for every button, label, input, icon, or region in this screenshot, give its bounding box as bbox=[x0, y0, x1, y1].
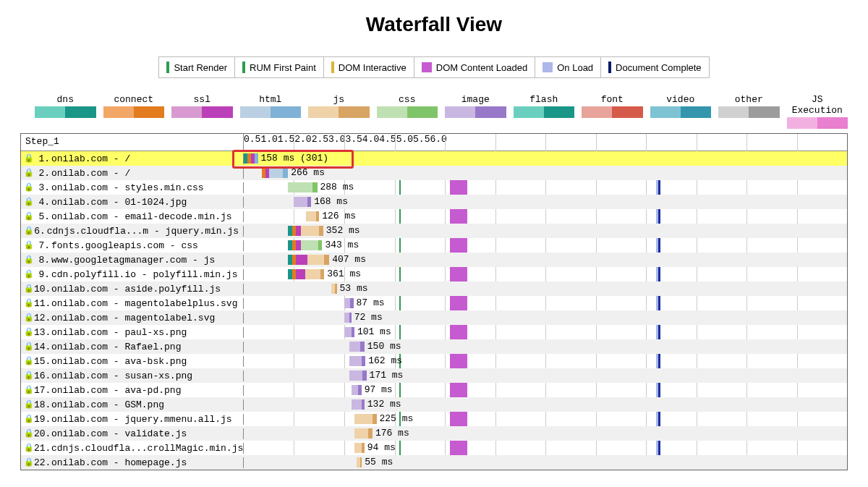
request-row[interactable]: 6. cdnjs.cloudfla...m - jquery.min.js352… bbox=[21, 224, 847, 238]
request-timeline[interactable]: 87 ms bbox=[244, 296, 847, 310]
request-timeline[interactable]: 55 ms bbox=[244, 455, 847, 470]
request-bar[interactable] bbox=[349, 342, 365, 352]
request-name-cell[interactable]: 10. onilab.com - aside.polyfill.js bbox=[21, 284, 244, 295]
request-name-cell[interactable]: 8. www.googletagmanager.com - js bbox=[21, 255, 244, 266]
bar-segment bbox=[318, 240, 323, 250]
request-row[interactable]: 4. onilab.com - 01-1024.jpg168 ms bbox=[21, 195, 847, 209]
request-row[interactable]: 11. onilab.com - magentolabelplus.svg87 … bbox=[21, 296, 847, 310]
request-row[interactable]: 13. onilab.com - paul-xs.png101 ms bbox=[21, 325, 847, 339]
request-bar[interactable] bbox=[294, 197, 311, 207]
request-bar[interactable] bbox=[344, 327, 354, 337]
request-timeline[interactable]: 97 ms bbox=[244, 383, 847, 397]
request-name-cell[interactable]: 15. onilab.com - ava-bsk.png bbox=[21, 356, 244, 367]
request-row[interactable]: 22. onilab.com - homepage.js55 ms bbox=[21, 455, 847, 470]
request-bar[interactable] bbox=[244, 153, 258, 164]
request-timeline[interactable]: 288 ms bbox=[244, 180, 847, 195]
request-name-cell[interactable]: 21. cdnjs.cloudfla...crollMagic.min.js bbox=[21, 443, 244, 454]
request-name-cell[interactable]: 19. onilab.com - jquery.mmenu.all.js bbox=[21, 414, 244, 425]
request-bar[interactable] bbox=[288, 255, 329, 265]
request-name-cell[interactable]: 7. fonts.googleapis.com - css bbox=[21, 240, 244, 251]
request-row[interactable]: 9. cdn.polyfill.io - polyfill.min.js361 … bbox=[21, 267, 847, 281]
request-bar[interactable] bbox=[288, 226, 323, 236]
type-flash: flash bbox=[514, 94, 575, 129]
request-row[interactable]: 20. onilab.com - validate.js176 ms bbox=[21, 426, 847, 441]
request-row[interactable]: 3. onilab.com - styles.min.css288 ms bbox=[21, 180, 847, 195]
request-bar[interactable] bbox=[344, 313, 352, 323]
request-row[interactable]: 15. onilab.com - ava-bsk.png162 ms bbox=[21, 354, 847, 368]
request-row[interactable]: 1. onilab.com - /158 ms (301) bbox=[21, 151, 847, 166]
bar-segment bbox=[362, 370, 367, 381]
bar-segment bbox=[301, 226, 319, 236]
request-timeline[interactable]: 168 ms bbox=[244, 195, 847, 209]
request-bar[interactable] bbox=[354, 428, 373, 439]
request-name-cell[interactable]: 22. onilab.com - homepage.js bbox=[21, 457, 244, 468]
request-row[interactable]: 18. onilab.com - GSM.png132 ms bbox=[21, 397, 847, 412]
request-bar[interactable] bbox=[262, 168, 288, 178]
request-bar[interactable] bbox=[354, 443, 365, 453]
request-timeline[interactable]: 53 ms bbox=[244, 281, 847, 296]
request-timeline[interactable]: 150 ms bbox=[244, 339, 847, 354]
request-name-cell[interactable]: 4. onilab.com - 01-1024.jpg bbox=[21, 197, 244, 208]
request-name-cell[interactable]: 3. onilab.com - styles.min.css bbox=[21, 182, 244, 193]
request-row[interactable]: 5. onilab.com - email-decode.min.js126 m… bbox=[21, 209, 847, 224]
request-bar[interactable] bbox=[288, 269, 324, 279]
request-bar[interactable] bbox=[344, 298, 354, 308]
request-name: onilab.com - susan-xs.png bbox=[51, 370, 192, 381]
request-bar[interactable] bbox=[288, 240, 322, 250]
request-name-cell[interactable]: 17. onilab.com - ava-pd.png bbox=[21, 385, 244, 396]
request-timeline[interactable]: 176 ms bbox=[244, 426, 847, 441]
request-row[interactable]: 21. cdnjs.cloudfla...crollMagic.min.js94… bbox=[21, 441, 847, 455]
request-bar[interactable] bbox=[288, 182, 317, 192]
request-bar[interactable] bbox=[349, 356, 365, 366]
request-timeline[interactable]: 162 ms bbox=[244, 354, 847, 368]
request-duration-label: 55 ms bbox=[365, 457, 393, 467]
request-name-cell[interactable]: 12. onilab.com - magentolabel.svg bbox=[21, 313, 244, 323]
lock-icon bbox=[24, 313, 33, 322]
type-font: font bbox=[582, 94, 643, 129]
request-timeline[interactable]: 407 ms bbox=[244, 253, 847, 267]
request-timeline[interactable]: 361 ms bbox=[244, 267, 847, 281]
request-row[interactable]: 10. onilab.com - aside.polyfill.js53 ms bbox=[21, 281, 847, 296]
request-name-cell[interactable]: 1. onilab.com - / bbox=[21, 153, 244, 164]
request-timeline[interactable]: 352 ms bbox=[244, 224, 847, 238]
request-row[interactable]: 16. onilab.com - susan-xs.png171 ms bbox=[21, 368, 847, 383]
request-timeline[interactable]: 126 ms bbox=[244, 209, 847, 224]
request-name-cell[interactable]: 5. onilab.com - email-decode.min.js bbox=[21, 211, 244, 222]
request-bar[interactable] bbox=[349, 370, 367, 381]
request-name-cell[interactable]: 11. onilab.com - magentolabelplus.svg bbox=[21, 298, 244, 309]
request-name-cell[interactable]: 2. onilab.com - / bbox=[21, 168, 244, 179]
request-timeline[interactable]: 101 ms bbox=[244, 325, 847, 339]
request-bar[interactable] bbox=[352, 385, 362, 395]
request-bar[interactable] bbox=[354, 414, 377, 424]
request-row[interactable]: 19. onilab.com - jquery.mmenu.all.js225 … bbox=[21, 412, 847, 426]
request-timeline[interactable]: 132 ms bbox=[244, 397, 847, 412]
request-bar[interactable] bbox=[357, 457, 362, 467]
request-row[interactable]: 2. onilab.com - /266 ms bbox=[21, 166, 847, 180]
request-timeline[interactable]: 343 ms bbox=[244, 238, 847, 253]
request-name-cell[interactable]: 16. onilab.com - susan-xs.png bbox=[21, 370, 244, 381]
request-name-cell[interactable]: 18. onilab.com - GSM.png bbox=[21, 399, 244, 410]
request-timeline[interactable]: 158 ms (301) bbox=[244, 151, 847, 166]
request-row[interactable]: 14. onilab.com - Rafael.png150 ms bbox=[21, 339, 847, 354]
lock-icon bbox=[24, 415, 33, 423]
request-name-cell[interactable]: 14. onilab.com - Rafael.png bbox=[21, 342, 244, 352]
request-row[interactable]: 8. www.googletagmanager.com - js407 ms bbox=[21, 253, 847, 267]
request-bar[interactable] bbox=[352, 399, 365, 410]
request-timeline[interactable]: 266 ms bbox=[244, 166, 847, 180]
waterfall-chart[interactable]: Step_1 0.51.01.52.02.53.03.54.04.55.05.5… bbox=[20, 133, 848, 470]
request-bar[interactable] bbox=[331, 284, 337, 294]
request-name-cell[interactable]: 6. cdnjs.cloudfla...m - jquery.min.js bbox=[21, 226, 244, 237]
request-bar[interactable] bbox=[306, 211, 319, 221]
request-number: 5. bbox=[34, 211, 50, 222]
request-timeline[interactable]: 171 ms bbox=[244, 368, 847, 383]
request-name-cell[interactable]: 20. onilab.com - validate.js bbox=[21, 428, 244, 439]
request-name-cell[interactable]: 9. cdn.polyfill.io - polyfill.min.js bbox=[21, 269, 244, 280]
request-row[interactable]: 17. onilab.com - ava-pd.png97 ms bbox=[21, 383, 847, 397]
request-timeline[interactable]: 72 ms bbox=[244, 310, 847, 325]
request-timeline[interactable]: 94 ms bbox=[244, 441, 847, 455]
legend-swatch bbox=[166, 62, 169, 73]
request-row[interactable]: 7. fonts.googleapis.com - css343 ms bbox=[21, 238, 847, 253]
request-name-cell[interactable]: 13. onilab.com - paul-xs.png bbox=[21, 327, 244, 338]
request-timeline[interactable]: 225 ms bbox=[244, 412, 847, 426]
request-row[interactable]: 12. onilab.com - magentolabel.svg72 ms bbox=[21, 310, 847, 325]
